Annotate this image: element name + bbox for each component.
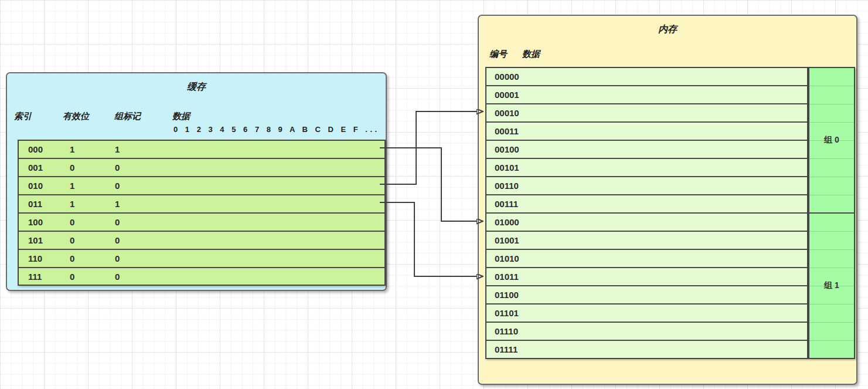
cache-cell-tag: 0	[115, 181, 384, 191]
memory-address: 00111	[486, 199, 518, 209]
cache-cell-valid: 0	[70, 253, 115, 263]
memory-row-01011: 01011	[486, 268, 807, 286]
cache-header-byte-offsets: 0 1 2 3 4 5 6 7 8 9 A B C D E F ...	[173, 125, 380, 134]
cache-cell-valid: 1	[70, 181, 115, 191]
cache-cell-tag: 1	[115, 199, 384, 209]
group-1-cell: 组 1	[809, 212, 854, 358]
cache-cell-valid: 0	[70, 235, 115, 245]
cache-cell-index: 010	[19, 181, 70, 191]
memory-panel: 内存 编号 数据 00000 00001 00010 00011 00100 0…	[478, 15, 857, 385]
connector-cache011-to-01011	[380, 202, 477, 276]
cache-cell-index: 000	[19, 144, 70, 154]
memory-row-00011: 00011	[486, 123, 807, 141]
memory-row-00111: 00111	[486, 195, 807, 214]
memory-address: 01010	[486, 253, 519, 263]
group-0-label: 组 0	[824, 135, 839, 146]
cache-cell-tag: 1	[115, 144, 384, 154]
memory-row-00001: 00001	[486, 86, 807, 104]
cache-header-index: 索引	[14, 111, 32, 122]
cache-cell-tag: 0	[115, 235, 384, 245]
cache-title: 缓存	[7, 81, 386, 93]
memory-row-00010: 00010	[486, 104, 807, 123]
memory-address: 01000	[486, 217, 519, 227]
connector-cache000-to-01000	[380, 148, 477, 221]
memory-address: 00101	[486, 163, 519, 172]
cache-row-110: 110 0 0	[19, 250, 384, 268]
group-1-label: 组 1	[824, 280, 839, 291]
cache-cell-valid: 1	[70, 144, 115, 154]
cache-row-000: 000 1 1	[19, 141, 384, 159]
memory-address: 00110	[486, 181, 519, 191]
memory-row-01010: 01010	[486, 250, 807, 268]
memory-table: 00000 00001 00010 00011 00100 00101 0011…	[485, 67, 808, 359]
memory-header-address: 编号	[489, 49, 507, 60]
memory-row-00000: 00000	[486, 68, 807, 86]
memory-address: 00100	[486, 144, 519, 154]
memory-row-01001: 01001	[486, 232, 807, 250]
memory-address: 00000	[486, 72, 519, 82]
cache-header-valid-bit: 有效位	[63, 111, 89, 122]
memory-row-01110: 01110	[486, 323, 807, 341]
cache-row-100: 100 0 0	[19, 214, 384, 232]
cache-cell-valid: 0	[70, 272, 115, 282]
cache-cell-tag: 0	[115, 253, 384, 263]
cache-row-101: 101 0 0	[19, 232, 384, 250]
memory-address: 00011	[486, 126, 519, 136]
memory-address: 01101	[486, 308, 519, 318]
memory-row-01111: 01111	[486, 341, 807, 357]
memory-row-00101: 00101	[486, 159, 807, 177]
memory-address: 00001	[486, 90, 519, 100]
memory-address: 00010	[486, 108, 519, 118]
memory-row-00100: 00100	[486, 141, 807, 159]
cache-cell-index: 011	[19, 199, 70, 209]
memory-group-column: 组 0 组 1	[808, 67, 855, 359]
cache-panel: 缓存 索引 有效位 组标记 数据 0 1 2 3 4 5 6 7 8 9 A B…	[6, 72, 387, 291]
cache-cell-tag: 0	[115, 163, 384, 172]
cache-cell-valid: 1	[70, 199, 115, 209]
memory-row-01000: 01000	[486, 214, 807, 232]
memory-row-01100: 01100	[486, 286, 807, 305]
memory-title: 内存	[479, 23, 856, 36]
cache-row-011: 011 1 1	[19, 195, 384, 214]
memory-header-data: 数据	[522, 49, 540, 60]
memory-address: 01001	[486, 235, 519, 245]
connector-cache010-to-00010	[380, 111, 477, 184]
cache-cell-index: 111	[19, 272, 70, 282]
cache-cell-index: 001	[19, 163, 70, 172]
cache-header-group-tag: 组标记	[114, 111, 141, 122]
memory-address: 01110	[486, 326, 518, 336]
memory-row-00110: 00110	[486, 177, 807, 195]
cache-cell-valid: 0	[70, 217, 115, 227]
memory-address: 01011	[486, 272, 519, 282]
cache-cell-index: 100	[19, 217, 70, 227]
group-0-cell: 组 0	[809, 68, 854, 212]
cache-row-010: 010 1 0	[19, 177, 384, 195]
cache-cell-tag: 0	[115, 217, 384, 227]
cache-row-001: 001 0 0	[19, 159, 384, 177]
cache-cell-tag: 0	[115, 272, 384, 282]
memory-row-01101: 01101	[486, 305, 807, 323]
cache-cell-valid: 0	[70, 163, 115, 172]
cache-table: 000 1 1 001 0 0 010 1 0 011 1 1 100 0	[18, 140, 386, 286]
memory-address: 01100	[486, 290, 519, 300]
cache-cell-index: 110	[19, 253, 70, 263]
cache-cell-index: 101	[19, 235, 70, 245]
diagram-canvas: 缓存 索引 有效位 组标记 数据 0 1 2 3 4 5 6 7 8 9 A B…	[0, 0, 868, 389]
cache-header-data: 数据	[172, 111, 190, 122]
cache-row-111: 111 0 0	[19, 268, 384, 285]
memory-address: 01111	[486, 344, 518, 354]
